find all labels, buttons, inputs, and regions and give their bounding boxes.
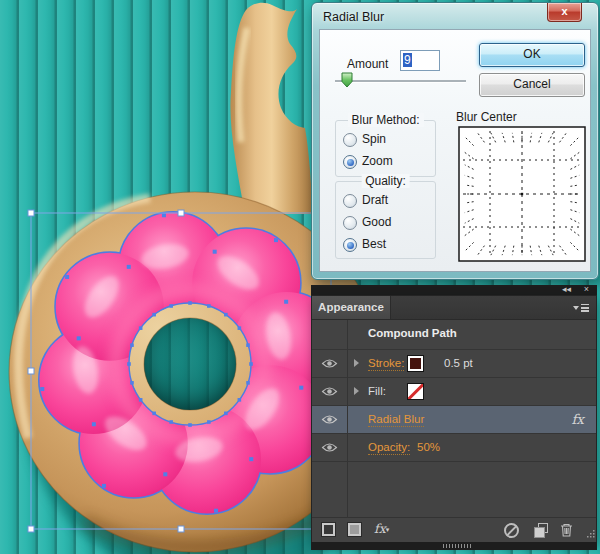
eye-column-divider	[347, 320, 348, 518]
panel-toolbar: fx▾	[312, 517, 596, 542]
ok-button[interactable]: OK	[479, 43, 585, 67]
blur-center-grid[interactable]	[458, 126, 586, 262]
fx-icon: fx	[571, 411, 584, 427]
dock-divider-bar	[311, 542, 597, 550]
radial-blur-dialog: Radial Blur x Amount 9 OK Cancel Blur Me…	[311, 2, 599, 280]
target-header-row: Compound Path	[312, 320, 596, 350]
expand-triangle-icon[interactable]	[354, 359, 359, 367]
panel-menu-icon[interactable]	[573, 303, 589, 313]
radial-blur-effect-row[interactable]: Radial Blur fx	[312, 406, 596, 434]
radio-draft-label: Draft	[362, 193, 388, 207]
add-new-fill-icon[interactable]	[348, 523, 361, 536]
amount-label: Amount	[347, 57, 388, 71]
illustrator-workspace: Radial Blur x Amount 9 OK Cancel Blur Me…	[0, 0, 600, 554]
radio-best[interactable]	[343, 238, 357, 252]
fill-none-swatch[interactable]	[407, 383, 424, 400]
opacity-link[interactable]: Opacity:	[368, 441, 410, 455]
opacity-row[interactable]: Opacity: 50%	[312, 434, 596, 462]
dialog-body: Amount 9 OK Cancel Blur Method: Spin	[319, 29, 591, 272]
tab-appearance[interactable]: Appearance	[312, 296, 391, 319]
dialog-title: Radial Blur	[323, 10, 384, 24]
radio-spin[interactable]	[343, 133, 357, 147]
stroke-link[interactable]: Stroke:	[368, 357, 404, 371]
blur-method-group: Blur Method: Spin Zoom	[335, 120, 436, 177]
fill-label[interactable]: Fill:	[368, 385, 386, 397]
blur-center-label: Blur Center	[456, 110, 517, 124]
panel-close-icon[interactable]: ×	[584, 284, 589, 295]
amount-input[interactable]: 9	[400, 50, 440, 71]
collapse-to-icons-icon[interactable]: ◂◂	[562, 284, 571, 295]
visibility-eye-icon[interactable]	[321, 386, 338, 397]
panel-dock-header: ◂◂ ×	[311, 285, 597, 295]
quality-group: Quality: Draft Good Best	[335, 181, 436, 259]
stroke-color-swatch[interactable]	[407, 355, 424, 372]
duplicate-item-icon[interactable]	[534, 523, 548, 537]
appearance-panel: Appearance Compound Path Stroke: 0.5 pt	[311, 295, 597, 542]
stroke-weight[interactable]: 0.5 pt	[444, 357, 473, 369]
clear-appearance-icon[interactable]	[504, 523, 519, 538]
delete-item-trash-icon[interactable]	[560, 523, 573, 537]
radio-good-label: Good	[362, 215, 391, 229]
amount-selected-text: 9	[403, 53, 412, 67]
blur-method-label: Blur Method:	[347, 113, 423, 127]
panel-tab-bar: Appearance	[312, 296, 596, 320]
visibility-eye-icon[interactable]	[321, 414, 338, 425]
fill-row[interactable]: Fill:	[312, 378, 596, 406]
panel-resize-grip[interactable]	[586, 529, 595, 538]
target-name: Compound Path	[368, 327, 457, 339]
opacity-value[interactable]: 50%	[417, 441, 440, 453]
radio-zoom-label: Zoom	[362, 154, 393, 168]
quality-label: Quality:	[361, 174, 410, 188]
amount-slider-thumb[interactable]	[341, 72, 353, 88]
radial-blur-link[interactable]: Radial Blur	[368, 413, 424, 427]
radio-zoom[interactable]	[343, 155, 357, 169]
amount-slider-track[interactable]	[335, 80, 466, 83]
radio-spin-label: Spin	[362, 132, 386, 146]
cancel-button[interactable]: Cancel	[479, 73, 585, 97]
appearance-list: Compound Path Stroke: 0.5 pt Fill:	[312, 320, 596, 542]
radio-good[interactable]	[343, 216, 357, 230]
radio-draft[interactable]	[343, 194, 357, 208]
visibility-eye-icon[interactable]	[321, 442, 338, 453]
visibility-eye-icon[interactable]	[321, 358, 338, 369]
add-new-effect-icon[interactable]: fx▾	[374, 521, 389, 536]
add-new-stroke-icon[interactable]	[322, 523, 335, 536]
expand-triangle-icon[interactable]	[354, 387, 359, 395]
dialog-close-button[interactable]: x	[547, 3, 582, 22]
blur-center-point[interactable]	[521, 193, 523, 195]
stroke-row[interactable]: Stroke: 0.5 pt	[312, 350, 596, 378]
radio-best-label: Best	[362, 237, 386, 251]
dock-drag-handle[interactable]	[443, 544, 473, 548]
